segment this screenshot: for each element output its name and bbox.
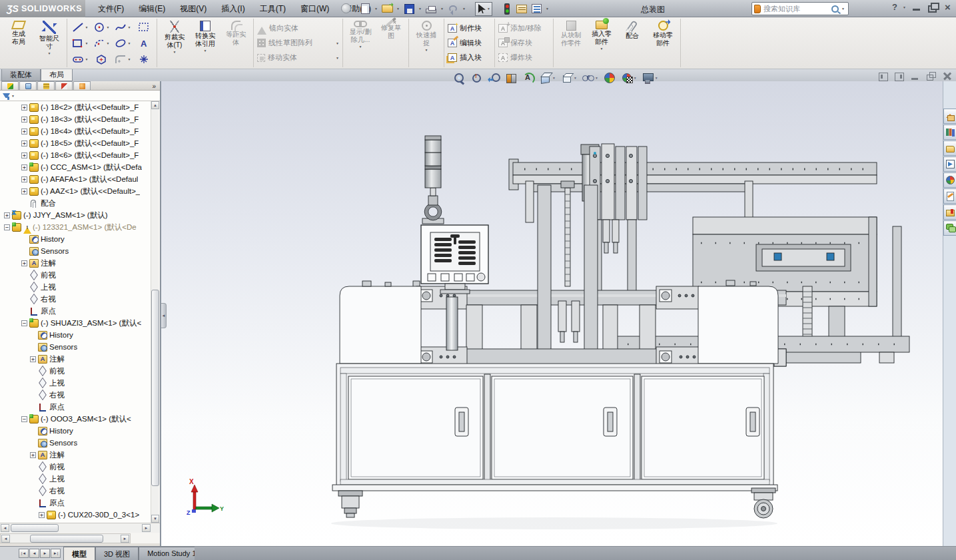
restore-icon[interactable] — [926, 72, 937, 81]
move-entities-button[interactable]: 移动实体 ▼ — [256, 51, 340, 65]
tree-item-annotations[interactable]: + 注解 — [0, 257, 152, 269]
select-button[interactable]: ▼ — [475, 2, 492, 16]
tree-item-origin[interactable]: 原点 — [0, 401, 152, 413]
make-part-from-block-button[interactable]: 从块制 作零件 ▼ — [556, 19, 586, 67]
tree-item-jjyy-asm[interactable]: + (-) JJYY_ASM<1> (默认) — [0, 209, 152, 221]
ellipse-tool[interactable]: ▼ — [112, 35, 133, 51]
menu-item[interactable]: 视图(V) — [173, 1, 214, 17]
panel-collapse-handle[interactable]: ◄ — [161, 303, 167, 328]
move-component-button[interactable]: 移动零 部件 ▼ — [648, 19, 678, 67]
tree-item-ooo3-asm[interactable]: − (-) OOO3_ASM<1> (默认< — [0, 413, 152, 425]
explode-block-button[interactable]: A 爆炸块 — [497, 51, 551, 65]
hide-show-items-button[interactable]: ▼ — [581, 71, 600, 85]
annotation-view-button[interactable] — [521, 71, 536, 85]
tree-item-history[interactable]: History — [0, 329, 152, 341]
tree-item-sensors[interactable]: Sensors — [0, 341, 152, 353]
tree-item-history[interactable]: History — [0, 425, 152, 437]
tree-item-sensors[interactable]: Sensors — [0, 245, 152, 257]
last-frame-icon[interactable]: ►| — [51, 549, 61, 558]
tree-item-front-plane[interactable]: 前视 — [0, 461, 152, 473]
tree-item-origin[interactable]: 原点 — [0, 497, 152, 509]
document-tab[interactable]: 模型 — [63, 547, 95, 560]
tree-item-sensors[interactable]: Sensors — [0, 437, 152, 449]
solidworks-content-button[interactable] — [943, 204, 956, 220]
tree-item-afafa[interactable]: + (-) AFAFA<1> (默认<<Defaul — [0, 173, 152, 185]
scroll-thumb[interactable] — [11, 524, 59, 532]
tree-item-annotations[interactable]: + 注解 — [0, 449, 152, 461]
scroll-left-icon[interactable]: ◄ — [1, 535, 10, 543]
menu-item[interactable]: 窗口(W) — [293, 1, 336, 17]
scroll-thumb[interactable] — [30, 535, 103, 543]
file-explorer-button[interactable] — [943, 140, 956, 156]
display-delete-relations-button[interactable]: 显示/删 除几... ▼ — [345, 19, 376, 67]
new-doc-button[interactable] — [358, 2, 372, 15]
tree-item-18-5[interactable]: + (-) 18<5> (默认<<Default>_F — [0, 137, 152, 149]
repair-sketch-button[interactable]: 修复草 图 ▼ — [376, 19, 406, 67]
centerpoint-arc-tool[interactable]: ▼ — [91, 35, 112, 51]
smart-dimension-button[interactable]: 智能尺 寸 ▼ — [34, 19, 65, 67]
pin-icon[interactable] — [341, 3, 351, 13]
view-settings-button[interactable]: ▼ — [641, 71, 660, 85]
pane-left-icon[interactable] — [878, 72, 889, 81]
minimize-button[interactable] — [911, 2, 923, 12]
trim-entities-button[interactable]: 剪裁实 体(T) ▼ — [159, 19, 190, 67]
scroll-left-icon[interactable]: ◄ — [1, 524, 9, 532]
command-tab[interactable]: 布局 — [41, 69, 73, 81]
tree-item-top-plane[interactable]: 上视 — [0, 281, 152, 293]
pane-right-icon[interactable] — [894, 72, 905, 81]
tree-item-cux20-30d[interactable]: + (-) CUX20-30D_0_3<1> — [0, 509, 152, 521]
graphics-viewport[interactable]: X Y Z ◄ — [161, 81, 943, 546]
tree-horizontal-scrollbar[interactable]: ◄ ► — [0, 523, 160, 533]
scroll-thumb[interactable] — [151, 290, 159, 486]
tree-item-ccc-asm[interactable]: + (-) CCC_ASM<1> (默认<Defa — [0, 161, 152, 173]
options-button[interactable] — [530, 2, 543, 15]
tree-item-top-plane[interactable]: 上视 — [0, 473, 152, 485]
polygon-tool[interactable] — [91, 51, 112, 67]
scroll-down-icon[interactable]: ▼ — [151, 515, 159, 523]
tree-item-18-2[interactable]: + (-) 18<2> (默认<<Default>_F — [0, 101, 152, 113]
tree-item-mates[interactable]: 配合 — [0, 197, 152, 209]
scroll-up-icon[interactable]: ▲ — [151, 101, 159, 109]
design-library-button[interactable] — [943, 125, 956, 140]
tree-vertical-scrollbar[interactable]: ▲ ▼ — [151, 101, 159, 523]
save-block-button[interactable]: A 保存块 — [497, 36, 551, 51]
propertymanager-tab[interactable] — [19, 81, 37, 90]
search-input[interactable] — [763, 5, 831, 13]
edit-appearance-button[interactable] — [602, 71, 617, 85]
previous-view-button[interactable] — [486, 71, 501, 85]
scroll-right-icon[interactable]: ► — [121, 535, 129, 543]
document-tab[interactable]: 3D 视图 — [95, 547, 139, 560]
knowledge-search[interactable]: ▼ — [751, 2, 849, 15]
tree-item-front-plane[interactable]: 前视 — [0, 269, 152, 281]
selection-box-tool[interactable] — [133, 19, 155, 35]
displaymanager-tab[interactable] — [73, 81, 91, 90]
minimize-icon[interactable] — [910, 72, 921, 81]
tree-item-origin[interactable]: 原点 — [0, 305, 152, 317]
tree-item-history[interactable]: History — [0, 233, 152, 245]
view-orientation-button[interactable]: ▼ — [538, 71, 557, 85]
quick-snaps-button[interactable]: 快速捕 捉 ▼ — [411, 19, 442, 67]
menu-item[interactable]: 工具(T) — [252, 1, 293, 17]
insert-components-button[interactable]: 插入零 部件 ▼ — [586, 19, 617, 67]
section-view-button[interactable] — [504, 71, 518, 85]
convert-entities-button[interactable]: 转换实 体引用 ▼ — [190, 19, 221, 67]
insert-block-button[interactable]: A 插入块 — [446, 51, 492, 65]
custom-properties-button[interactable] — [943, 188, 956, 204]
open-button[interactable] — [380, 2, 394, 15]
menu-item[interactable]: 插入(I) — [214, 1, 252, 17]
undo-button[interactable] — [446, 2, 460, 15]
dimxpert-tab[interactable] — [55, 81, 73, 90]
sketch-text-tool[interactable]: A — [133, 35, 155, 51]
save-button[interactable] — [402, 2, 416, 15]
tree-item-right-plane[interactable]: 右视 — [0, 485, 152, 497]
command-tab[interactable]: 装配体 — [1, 69, 41, 81]
tree-item-18-4[interactable]: + (-) 18<4> (默认<<Default>_F — [0, 125, 152, 137]
comments-button[interactable] — [943, 220, 956, 236]
tab-overflow-chevron[interactable]: » — [152, 83, 156, 90]
spline-tool[interactable]: ▼ — [112, 19, 133, 35]
close-icon[interactable] — [942, 72, 953, 81]
apply-scene-button[interactable]: ▼ — [620, 71, 638, 85]
configurationmanager-tab[interactable] — [37, 81, 55, 90]
appearances-scenes-button[interactable] — [943, 172, 956, 188]
tree-item-18-3[interactable]: + (-) 18<3> (默认<<Default>_F — [0, 113, 152, 125]
